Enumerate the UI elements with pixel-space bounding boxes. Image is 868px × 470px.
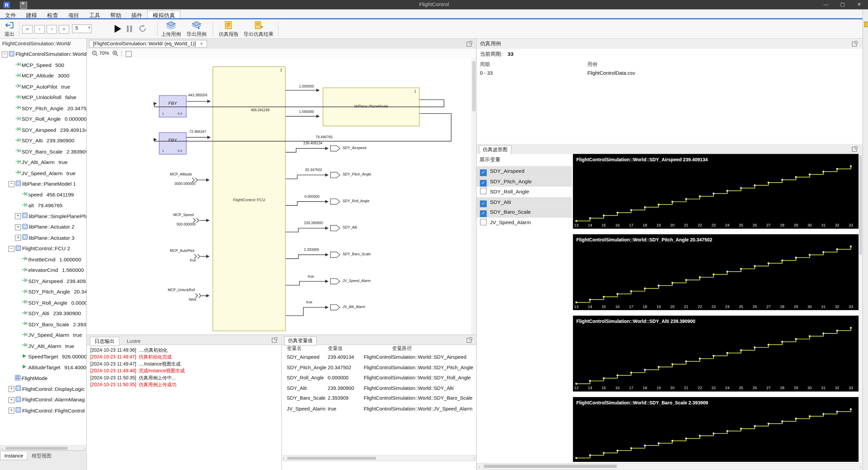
expand-icon[interactable]: + xyxy=(15,224,21,230)
zoom-in-icon[interactable] xyxy=(112,50,118,56)
tree-item[interactable]: +libPlane::Actuator 2 xyxy=(0,221,86,232)
minimize-button[interactable]: — xyxy=(818,0,834,9)
zoom-out-icon[interactable] xyxy=(92,50,98,56)
nav-last-button[interactable]: » xyxy=(59,25,69,34)
view-tab-2[interactable]: 模型视图 xyxy=(28,451,55,461)
variable-row[interactable]: JV_Speed_AlarmtrueFlightControlSimulatio… xyxy=(281,404,476,415)
log-tab-1[interactable]: 日志输出 xyxy=(90,337,119,346)
maximize-panel-icon[interactable] xyxy=(852,147,857,152)
canvas-vscrollbar[interactable] xyxy=(471,58,476,334)
maximize-panel-icon[interactable] xyxy=(852,42,857,47)
tree-item[interactable]: SDY_Alti239.390900 xyxy=(0,135,86,146)
tree-item[interactable]: +libPlane::Actuator 3 xyxy=(0,232,86,243)
tree-item[interactable]: SpeedTarget926.000000 xyxy=(0,351,86,362)
variables-hscrollbar[interactable]: ‹ › xyxy=(281,455,477,461)
variable-row[interactable]: SDY_Pitch_Angle20.347502FlightControlSim… xyxy=(281,363,476,373)
tree-item[interactable]: +FlightControl::DisplayLogic xyxy=(0,383,86,394)
tree-item[interactable]: FlightMode xyxy=(0,373,86,383)
view-tab-1[interactable]: Instance xyxy=(0,452,28,460)
fcu-block[interactable]: 2 FlightControl::FCU xyxy=(213,67,286,331)
usecase-file-cell[interactable]: FlightControlData.csv xyxy=(587,70,635,76)
tree-item[interactable]: MCP_Altitude3000 xyxy=(0,70,86,81)
tree-item[interactable]: −FlightControlSimulation::World xyxy=(0,49,86,60)
upload-case-button[interactable]: 上传用例 xyxy=(158,19,184,38)
tree-item[interactable]: SDY_Roll_Angle0.000000 xyxy=(0,297,86,308)
diagram-canvas[interactable]: FBY 1 0.0 FBY 1 0.0 2 FlightControl::FCU… xyxy=(87,58,472,334)
tree-item[interactable]: throttleCmd1.000000 xyxy=(0,254,86,265)
scrollbar-thumb[interactable] xyxy=(287,456,376,459)
column-header[interactable]: 周期 xyxy=(480,61,490,68)
nav-next-button[interactable]: › xyxy=(47,25,57,34)
checkbox[interactable] xyxy=(480,188,487,194)
scroll-right-icon[interactable]: › xyxy=(474,456,475,461)
canvas-option-checkbox[interactable] xyxy=(126,51,132,57)
collapse-icon[interactable]: − xyxy=(8,181,15,187)
scrollbar-thumb[interactable] xyxy=(472,62,475,111)
expand-icon[interactable]: + xyxy=(8,386,15,392)
tree-item[interactable]: elevatorCmd1.560000 xyxy=(0,265,86,276)
export-case-button[interactable]: 导出用例 xyxy=(184,19,209,38)
tree-item[interactable]: SDY_Airspeed239.409134 xyxy=(0,124,86,135)
maximize-panel-icon[interactable] xyxy=(272,338,277,343)
column-header[interactable]: 用例 xyxy=(587,61,597,68)
column-header[interactable]: 变量名 xyxy=(287,345,302,352)
column-header[interactable]: 变量值 xyxy=(328,345,343,352)
waveform-variable-row[interactable]: ✓SDY_Alti xyxy=(477,197,572,207)
cycle-range-cell[interactable]: 0 - 33 xyxy=(480,70,493,76)
scroll-left-icon[interactable]: ‹ xyxy=(283,456,284,461)
tree-item[interactable]: JV_Alti_Alarmtrue xyxy=(0,340,86,351)
collapse-icon[interactable]: − xyxy=(8,246,15,252)
tree-item[interactable]: MCP_Speed500 xyxy=(0,60,86,70)
waveform-variable-row[interactable]: SDY_Roll_Angle xyxy=(477,187,572,197)
exit-button[interactable]: 退出 xyxy=(0,19,19,38)
maximize-panel-icon[interactable] xyxy=(467,42,472,47)
waveform-variable-row[interactable]: ✓SDY_Airspeed xyxy=(477,166,572,176)
checkbox[interactable]: ✓ xyxy=(480,210,487,217)
tree-item[interactable]: −libPlane::PlaneModel 1 xyxy=(0,178,86,189)
tree-item[interactable]: SDY_Roll_Angle0.000000 xyxy=(0,114,86,124)
sim-report-button[interactable]: 仿真报告 xyxy=(216,19,241,38)
export-results-button[interactable]: 导出仿真结果 xyxy=(241,19,276,38)
tree-item[interactable]: JV_Speed_Alarmtrue xyxy=(0,329,86,340)
tree-item[interactable]: speed456.041199 xyxy=(0,189,86,200)
tree-item[interactable]: +libPlane::SimplePlanePhysic xyxy=(0,211,86,221)
tree-item[interactable]: SDY_Pitch_Angle20.347502 xyxy=(0,286,86,297)
scroll-left-icon[interactable]: ‹ xyxy=(479,464,480,469)
fby-block-2[interactable]: FBY 1 0.0 xyxy=(159,132,187,155)
checkbox[interactable] xyxy=(480,218,487,225)
nav-prev-button[interactable]: ‹ xyxy=(34,25,45,34)
collapse-icon[interactable]: − xyxy=(2,51,8,57)
checkbox[interactable]: ✓ xyxy=(480,169,487,176)
fby-block-1[interactable]: FBY 1 0.0 xyxy=(159,95,187,118)
plane-model-block[interactable]: 1 libPlane::PlaneModel xyxy=(323,88,420,126)
scrollbar-thumb[interactable] xyxy=(484,465,617,468)
expand-icon[interactable]: + xyxy=(15,213,21,219)
tree-item[interactable]: SDY_Airspeed239.409134 xyxy=(0,276,86,286)
tree-item[interactable]: AltitudeTarget914.40002 xyxy=(0,362,86,373)
tree-item[interactable]: JV_Alti_Alarmtrue xyxy=(0,157,86,167)
expand-icon[interactable]: + xyxy=(15,235,21,241)
tree-item[interactable]: +FlightControl::AlarmManag xyxy=(0,394,86,405)
variable-row[interactable]: SDY_Alti239.390900FlightControlSimulatio… xyxy=(281,384,476,394)
tree-item[interactable]: +FlightControl::FlightControl xyxy=(0,405,86,416)
tree-item[interactable]: SDY_Pitch_Angle20.347502 xyxy=(0,103,86,114)
tree-item[interactable]: SDY_Baro_Scale2.393909 xyxy=(0,319,86,330)
scrollbar-thumb[interactable] xyxy=(859,155,862,255)
document-tab[interactable]: [FlightControlSimulation::World/ (eq_Wor… xyxy=(89,40,207,48)
close-tab-icon[interactable]: × xyxy=(200,41,203,46)
nav-first-button[interactable]: « xyxy=(22,25,33,34)
maximize-button[interactable]: ▢ xyxy=(835,0,850,9)
waveform-vscrollbar[interactable] xyxy=(859,154,862,462)
tree-item[interactable]: alt79.496765 xyxy=(0,200,86,211)
maximize-panel-icon[interactable] xyxy=(467,338,472,343)
checkbox[interactable]: ✓ xyxy=(480,180,487,186)
refresh-button[interactable] xyxy=(138,24,147,33)
tab-waveform[interactable]: 仿真波形图 xyxy=(479,145,512,155)
column-header[interactable]: 变量路径 xyxy=(392,345,412,352)
expand-icon[interactable]: + xyxy=(8,397,15,403)
tree-item[interactable]: JV_Speed_Alarmtrue xyxy=(0,167,86,178)
log-tab-2[interactable]: Lustre xyxy=(122,338,145,345)
tree-item[interactable]: SDY_Alti239.390900 xyxy=(0,308,86,319)
expand-icon[interactable]: + xyxy=(8,408,15,414)
tree-item[interactable]: SDY_Baro_Scale2.393909 xyxy=(0,146,86,157)
